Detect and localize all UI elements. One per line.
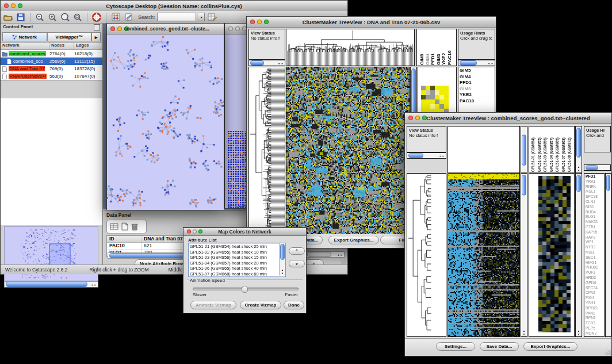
tv2-labels-vscrollbar[interactable]: ▴▾	[575, 126, 582, 173]
gene-label[interactable]: GIM4	[460, 74, 495, 81]
summary-cell[interactable]	[421, 90, 426, 95]
gene-label[interactable]: YSH1	[586, 301, 604, 306]
summary-cell[interactable]	[430, 104, 435, 109]
attribute-list-item[interactable]: GPL51-04 (GSM857) heat shock 20 min	[189, 260, 285, 266]
select-attributes-icon[interactable]	[110, 223, 118, 231]
data-panel-hscrollbar-right[interactable]: ◂ ▸	[305, 251, 345, 258]
tv1-row-dendrogram[interactable]	[248, 67, 285, 235]
network1-titlebar[interactable]: combined_scores_good.txt--cluste...	[107, 24, 224, 35]
tv2-column-tree-area[interactable]	[447, 126, 520, 173]
summary-cell[interactable]	[421, 99, 426, 104]
summary-cell[interactable]	[430, 95, 435, 99]
annotation-page-icon[interactable]	[123, 12, 133, 22]
animation-speed-slider[interactable]	[193, 288, 299, 290]
resize-grip[interactable]	[341, 258, 346, 264]
gene-label[interactable]: GTB1	[586, 225, 604, 230]
gene-label[interactable]: ELG1	[586, 214, 604, 220]
attribute-list-item[interactable]: GPL51-01 (GSM854) heat shock 05 min	[189, 244, 285, 250]
gene-label[interactable]: CPA2	[586, 290, 604, 296]
network1-view-canvas[interactable]	[107, 35, 224, 210]
tv1-heatmap[interactable]	[286, 67, 410, 235]
gene-label[interactable]: TCB3	[586, 321, 604, 326]
tv2-hints-hscrollbar[interactable]	[584, 164, 611, 171]
create-vizmap-button[interactable]: Create Vizmap	[240, 301, 281, 309]
tv2-thumbnail-heatmap[interactable]	[538, 176, 571, 332]
resize-grip[interactable]	[605, 350, 611, 355]
treeview-button-settings-[interactable]: Settings...	[436, 342, 475, 351]
animate-vizmap-button[interactable]: Animate Vizmap	[190, 301, 236, 309]
summary-cell[interactable]	[435, 95, 439, 99]
gene-label[interactable]: HMG1	[586, 260, 604, 266]
move-up-button[interactable]: ^	[289, 247, 305, 255]
gene-label[interactable]: HAP3	[586, 235, 604, 240]
attribute-list-item[interactable]: GPL51-07 (GSM868) heat shock 60 min	[189, 271, 285, 277]
tv2-row-dendrogram[interactable]	[407, 173, 446, 337]
tv2-coltree-vscrollbar[interactable]	[521, 126, 527, 173]
gene-label[interactable]: RPN1	[586, 316, 604, 321]
gene-label[interactable]: RNR4	[586, 185, 604, 190]
attribute-list-vscrollbar[interactable]: ▴▾	[279, 243, 285, 275]
treeview1-titlebar[interactable]: ClusterMaker TreeView : DNA and Tran 07-…	[247, 17, 496, 28]
treeview2-titlebar[interactable]: ClusterMaker TreeView : combined_scores_…	[405, 113, 611, 124]
tab-vizmapper[interactable]: VizMapper™	[47, 32, 92, 41]
gene-label[interactable]: NTR2	[586, 245, 604, 250]
search-input[interactable]	[157, 13, 196, 21]
summary-cell[interactable]	[444, 104, 449, 109]
summary-cell[interactable]	[444, 99, 449, 104]
gene-label[interactable]: KAP95	[586, 230, 604, 235]
summary-cell[interactable]	[426, 86, 430, 90]
new-attribute-icon[interactable]	[121, 223, 128, 231]
open-folder-icon[interactable]	[3, 12, 13, 22]
summary-cell[interactable]	[426, 104, 430, 109]
summary-cell[interactable]	[421, 86, 426, 90]
gene-label[interactable]: SPC98	[586, 194, 604, 200]
gene-label[interactable]: HRD3	[586, 275, 604, 281]
network-table-row[interactable]: combined_scores2764(0)16218(0)	[1, 50, 102, 58]
summary-cell[interactable]	[444, 86, 449, 90]
zoom-out-icon[interactable]	[35, 12, 45, 22]
minimize-icon[interactable]	[117, 26, 122, 31]
attribute-list-item[interactable]: GPL51-02 (GSM855) heat shock 10 min	[189, 250, 285, 255]
gene-label[interactable]: CLN1	[586, 200, 604, 205]
network-table-row[interactable]: RNAPuberNov2+I563(0)107847(0)	[1, 72, 102, 80]
move-down-button[interactable]: v	[289, 260, 305, 267]
summary-cell[interactable]	[421, 104, 426, 109]
attribute-list-item[interactable]: GPL51-03 (GSM856) heat shock 15 min	[189, 255, 285, 260]
gene-label[interactable]: PFD1	[586, 174, 604, 179]
delete-attribute-icon[interactable]	[131, 223, 138, 231]
summary-cell[interactable]	[439, 86, 444, 90]
summary-cell[interactable]	[439, 90, 444, 95]
summary-cell[interactable]	[426, 90, 430, 95]
tv1-hints-hscrollbar[interactable]: ◂ ▸	[458, 60, 495, 66]
gene-label[interactable]: GIM3	[460, 86, 495, 93]
gene-label[interactable]: VIP1	[586, 240, 604, 245]
gene-label[interactable]: PAN1	[586, 311, 604, 316]
gene-label[interactable]: MSL1	[586, 189, 604, 194]
tv2-heatmap[interactable]	[447, 173, 520, 337]
tab-overflow-arrow[interactable]: ▶	[91, 32, 101, 41]
treeview-button-save-data-[interactable]: Save Data...	[480, 342, 519, 351]
control-panel-hscrollbar[interactable]: ◂ ▸	[4, 281, 98, 288]
summary-cell[interactable]	[439, 104, 444, 109]
summary-cell[interactable]	[421, 95, 426, 99]
gene-label[interactable]: GIM5	[460, 68, 495, 74]
summary-cell[interactable]	[439, 95, 444, 99]
tv2-status-hscrollbar[interactable]: ◂ ▸	[407, 152, 446, 159]
done-button[interactable]: Done	[284, 301, 304, 309]
gene-label[interactable]: PEP5	[586, 326, 604, 331]
gene-label[interactable]: YRA1	[586, 179, 604, 185]
gene-label[interactable]: GPI16	[586, 281, 604, 286]
slider-thumb[interactable]	[242, 286, 248, 293]
attribute-editor-icon[interactable]	[207, 12, 217, 22]
zoom-selected-icon[interactable]	[72, 12, 83, 22]
summary-cell[interactable]	[435, 104, 439, 109]
search-dropdown-arrow[interactable]: ▾	[198, 13, 205, 21]
treeview-button-export-graphics-[interactable]: Export Graphics...	[328, 236, 379, 244]
summary-cell[interactable]	[439, 99, 444, 104]
gene-label[interactable]: FIG4	[586, 296, 604, 301]
attribute-list-item[interactable]: GPL51-06 (GSM865) heat shock 40 min	[189, 266, 285, 271]
gene-label[interactable]: PFD1	[460, 80, 495, 86]
summary-cell[interactable]	[430, 99, 435, 104]
zoom-fit-icon[interactable]	[60, 12, 70, 22]
gene-label[interactable]: MAK31	[586, 220, 604, 225]
